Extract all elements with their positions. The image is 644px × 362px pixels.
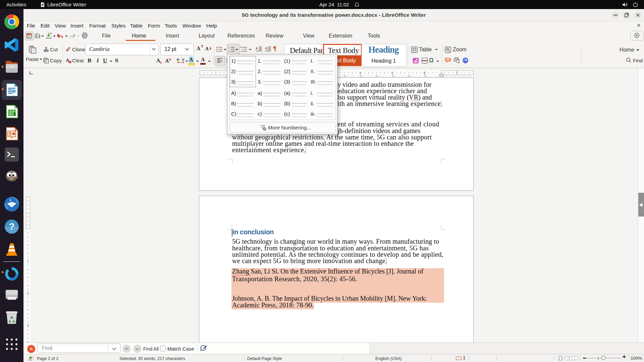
svg-text:B: B xyxy=(177,58,179,61)
svg-text:6: 6 xyxy=(424,71,426,75)
svg-text:1: 1 xyxy=(228,46,230,49)
svg-text:D: D xyxy=(182,58,184,61)
svg-text:3: 3 xyxy=(27,323,29,327)
svg-text:1: 1 xyxy=(27,259,29,263)
svg-text:2: 2 xyxy=(27,291,29,295)
svg-text:5: 5 xyxy=(391,71,393,75)
svg-text:I: I xyxy=(240,46,241,49)
svg-text:?: ? xyxy=(9,221,14,232)
svg-text:7: 7 xyxy=(456,71,458,75)
svg-text:2: 2 xyxy=(228,50,230,53)
svg-text:4: 4 xyxy=(359,71,361,75)
